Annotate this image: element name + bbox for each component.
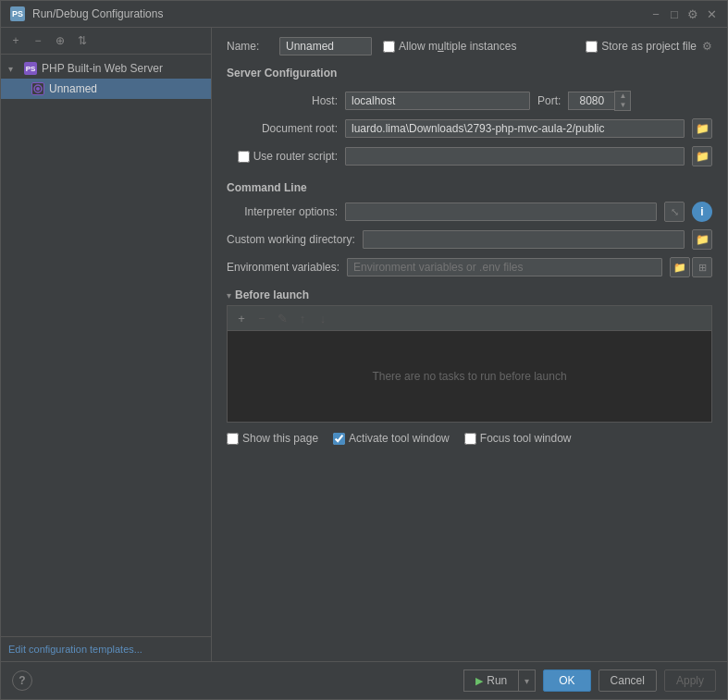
custom-dir-row: Custom working directory: 📁 (227, 229, 712, 250)
activate-tool-label: Activate tool window (349, 432, 450, 445)
config-item-icon (31, 81, 45, 96)
before-launch-edit-button[interactable]: ✎ (274, 310, 290, 326)
doc-root-label: Document root: (227, 122, 338, 135)
run-label: Run (487, 674, 507, 687)
router-row: Use router script: 📁 (227, 146, 712, 166)
run-debug-dialog: PS Run/Debug Configurations − □ ⚙ ✕ + − … (0, 0, 728, 700)
port-spinner: ▲ ▼ (614, 91, 631, 111)
router-browse-button[interactable]: 📁 (692, 146, 712, 166)
custom-dir-browse-button[interactable]: 📁 (692, 229, 712, 250)
show-page-check[interactable] (227, 433, 239, 445)
sidebar-toolbar: + − ⊕ ⇅ (1, 28, 211, 55)
add-config-button[interactable]: + (6, 31, 25, 50)
before-launch-remove-button[interactable]: − (253, 310, 270, 326)
run-play-icon: ▶ (475, 675, 483, 687)
before-launch-down-button[interactable]: ↓ (315, 310, 331, 326)
before-launch-up-button[interactable]: ↑ (294, 310, 311, 326)
before-launch-toolbar: + − ✎ ↑ ↓ (227, 305, 712, 330)
show-page-checkbox[interactable]: Show this page (227, 432, 318, 445)
before-launch-add-button[interactable]: + (233, 310, 250, 326)
apply-button[interactable]: Apply (664, 669, 716, 692)
settings-button[interactable]: ⚙ (686, 7, 699, 20)
store-project-checkbox[interactable]: Store as project file ⚙ (586, 40, 712, 53)
store-project-settings-icon[interactable]: ⚙ (702, 40, 712, 53)
tree-item-unnamed[interactable]: Unnamed (1, 79, 211, 99)
doc-root-row: Document root: 📁 (227, 118, 712, 139)
php-server-icon: PS (23, 61, 38, 76)
doc-root-input[interactable] (345, 119, 685, 138)
title-bar: PS Run/Debug Configurations − □ ⚙ ✕ (1, 1, 727, 28)
sidebar-tree: ▾ PS PHP Built-in Web Server (1, 55, 211, 636)
env-buttons: 📁 ⊞ (670, 257, 712, 277)
host-row: Host: Port: ▲ ▼ (227, 91, 712, 111)
allow-multiple-check[interactable] (383, 41, 395, 53)
tree-group-label: PHP Built-in Web Server (42, 62, 163, 75)
before-launch-header[interactable]: ▾ Before launch (227, 289, 712, 301)
chevron-down-icon: ▾ (8, 64, 19, 74)
interpreter-input[interactable] (345, 203, 657, 221)
minimize-button[interactable]: − (649, 7, 662, 20)
close-button[interactable]: ✕ (705, 7, 718, 20)
activate-tool-check[interactable] (333, 433, 345, 445)
allow-multiple-label: Allow multiple instances (399, 40, 516, 53)
interpreter-label: Interpreter options: (227, 205, 338, 218)
router-label: Use router script: (253, 150, 338, 163)
show-page-label: Show this page (242, 432, 318, 445)
remove-config-button[interactable]: − (29, 31, 47, 50)
main-content: + − ⊕ ⇅ ▾ PS PHP Built-in Web Server (1, 28, 727, 661)
sidebar: + − ⊕ ⇅ ▾ PS PHP Built-in Web Server (1, 28, 212, 661)
store-project-label: Store as project file (601, 40, 697, 53)
bottom-bar: ? ▶ Run ▾ OK Cancel Apply (1, 661, 727, 699)
interpreter-expand-button[interactable]: ⤡ (664, 202, 685, 222)
activate-tool-checkbox[interactable]: Activate tool window (333, 432, 450, 445)
env-table-button[interactable]: ⊞ (692, 257, 712, 277)
tree-item-label: Unnamed (49, 82, 97, 95)
command-line-section: Command Line Interpreter options: ⤡ i Cu… (227, 181, 712, 285)
router-script-check[interactable] (238, 151, 250, 163)
name-row: Name: Allow multiple instances Store as … (227, 37, 712, 55)
server-config-section: Server Configuration Host: Port: ▲ ▼ (227, 67, 712, 174)
port-input[interactable] (568, 92, 614, 110)
before-launch-list: There are no tasks to run before launch (227, 330, 712, 423)
run-dropdown-button[interactable]: ▾ (518, 669, 536, 692)
port-label: Port: (537, 94, 561, 107)
env-label: Environment variables: (227, 261, 339, 274)
host-label: Host: (227, 94, 338, 107)
command-line-label: Command Line (227, 181, 712, 194)
router-script-input[interactable] (345, 147, 685, 166)
port-increment-button[interactable]: ▲ (615, 92, 630, 101)
router-checkbox-label[interactable]: Use router script: (227, 150, 338, 163)
env-row: Environment variables: 📁 ⊞ (227, 257, 712, 277)
doc-root-browse-button[interactable]: 📁 (692, 118, 712, 139)
focus-tool-check[interactable] (464, 433, 476, 445)
title-buttons: − □ ⚙ ✕ (649, 7, 718, 20)
help-button[interactable]: ? (12, 670, 32, 691)
host-input[interactable] (345, 92, 530, 110)
focus-tool-label: Focus tool window (480, 432, 572, 445)
port-decrement-button[interactable]: ▼ (615, 101, 630, 110)
bottom-buttons: ▶ Run ▾ OK Cancel Apply (463, 669, 716, 692)
focus-tool-checkbox[interactable]: Focus tool window (464, 432, 572, 445)
cancel-button[interactable]: Cancel (598, 669, 657, 692)
before-launch-collapse-icon: ▾ (227, 290, 231, 301)
edit-templates-link[interactable]: Edit configuration templates... (8, 644, 142, 655)
run-button[interactable]: ▶ Run (463, 669, 518, 692)
store-project-check[interactable] (586, 41, 598, 53)
custom-dir-label: Custom working directory: (227, 233, 355, 246)
name-input[interactable] (279, 37, 372, 55)
allow-multiple-checkbox[interactable]: Allow multiple instances (383, 40, 516, 53)
port-group: ▲ ▼ (568, 91, 631, 111)
launch-options: Show this page Activate tool window Focu… (227, 432, 712, 445)
before-launch-empty-message: There are no tasks to run before launch (372, 370, 566, 383)
custom-dir-input[interactable] (363, 230, 685, 249)
tree-group-php[interactable]: ▾ PS PHP Built-in Web Server (1, 58, 211, 79)
interpreter-info-button[interactable]: i (692, 202, 712, 222)
env-input[interactable] (347, 258, 662, 276)
ok-button[interactable]: OK (543, 669, 590, 692)
env-browse-button[interactable]: 📁 (670, 257, 690, 277)
restore-button[interactable]: □ (668, 7, 681, 20)
dialog-title: Run/Debug Configurations (32, 7, 642, 20)
run-button-group: ▶ Run ▾ (463, 669, 536, 692)
copy-config-button[interactable]: ⊕ (51, 31, 69, 50)
sort-config-button[interactable]: ⇅ (73, 31, 92, 50)
